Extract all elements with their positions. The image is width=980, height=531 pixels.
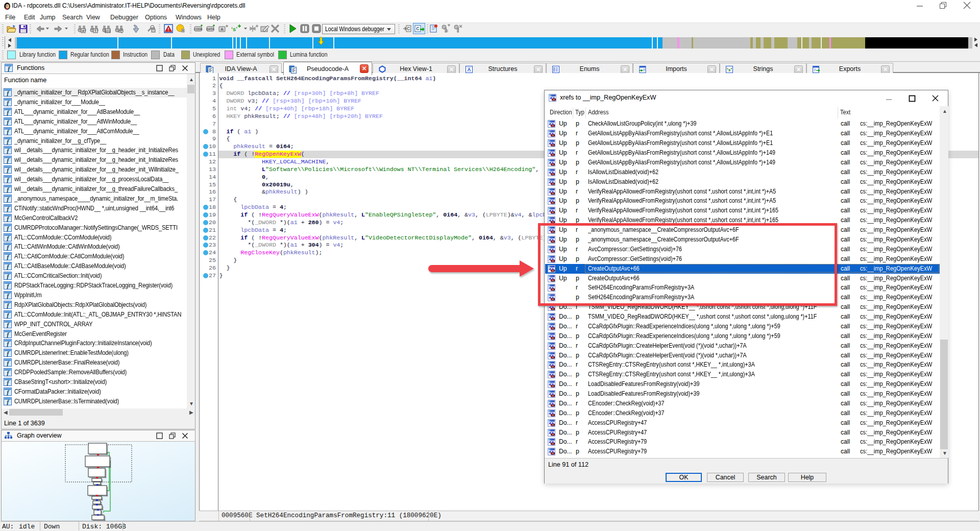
svg-text:‘s’: ‘s’ bbox=[231, 26, 237, 32]
svg-text:T: T bbox=[94, 29, 97, 33]
svg-text:#: # bbox=[82, 29, 85, 33]
svg-text:C: C bbox=[407, 26, 410, 31]
svg-text:C: C bbox=[416, 26, 420, 31]
svg-text:CODE: CODE bbox=[194, 28, 203, 31]
svg-text:A: A bbox=[220, 27, 224, 32]
svg-text:DATA: DATA bbox=[206, 28, 214, 31]
svg-text:101: 101 bbox=[105, 29, 111, 33]
